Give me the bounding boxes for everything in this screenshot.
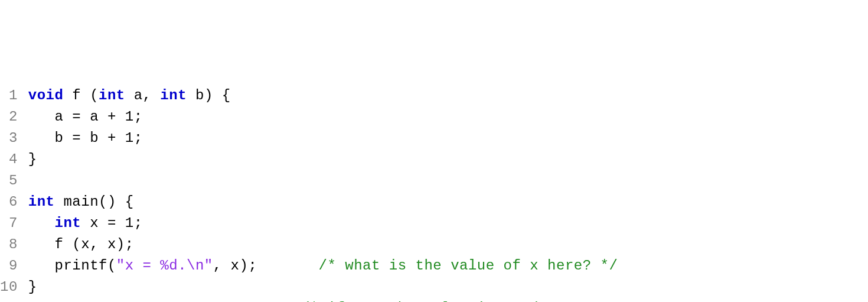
code-text: main() { [55,194,134,210]
line-number: 6 [9,194,18,210]
code-text: b = b + 1; [28,130,143,146]
line-number: 1 [9,87,18,103]
line-number: 8 [9,236,18,252]
code-line: } [28,151,37,167]
keyword-int: int [99,87,125,103]
code-line: a = a + 1; [28,109,143,125]
code-line: void f (int a, int b) { [28,87,231,103]
code-text: f (x, x); [28,236,134,252]
code-body: void f (int a, int b) { a = a + 1; b = b… [28,85,868,302]
code-text [28,215,55,231]
line-number: 7 [9,215,18,231]
code-listing: 1 2 3 4 5 6 7 8 9 10 11 12 13 14 void f … [0,85,868,302]
keyword-int: int [28,194,55,210]
code-text: } [28,279,37,295]
line-number: 2 [9,109,18,125]
code-line: int x = 1; [28,215,143,231]
line-number: 4 [9,151,18,167]
keyword-int: int [160,87,187,103]
line-number: 3 [9,130,18,146]
line-number: 9 [9,258,18,274]
line-number: 10 [0,279,18,295]
code-line: } [28,279,37,295]
code-text: printf( [28,258,116,274]
code-text: , x); [213,258,319,274]
code-line: int main() { [28,194,134,210]
keyword-int: int [55,215,81,231]
code-text: } [28,151,37,167]
code-line: b = b + 1; [28,130,143,146]
comment: /* what is the value of x here? */ [319,258,618,274]
code-line: printf("x = %d.\n", x); /* what is the v… [28,258,618,274]
line-number: 5 [9,173,18,189]
code-text: f ( [63,87,99,103]
code-text: b) { [187,87,231,103]
keyword-void: void [28,87,64,103]
line-number-gutter: 1 2 3 4 5 6 7 8 9 10 11 12 13 14 [0,85,28,302]
code-text: a = a + 1; [28,109,143,125]
code-line: f (x, x); [28,236,134,252]
code-text: a, [125,87,161,103]
code-text: x = 1; [81,215,142,231]
string-literal: "x = %d.\n" [116,258,213,274]
